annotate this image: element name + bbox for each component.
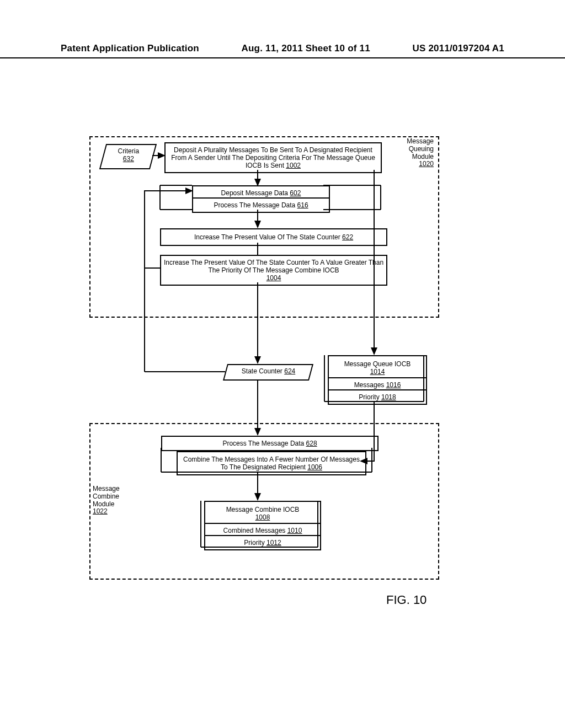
connectors (0, 0, 565, 728)
page: Patent Application Publication Aug. 11, … (0, 0, 565, 728)
